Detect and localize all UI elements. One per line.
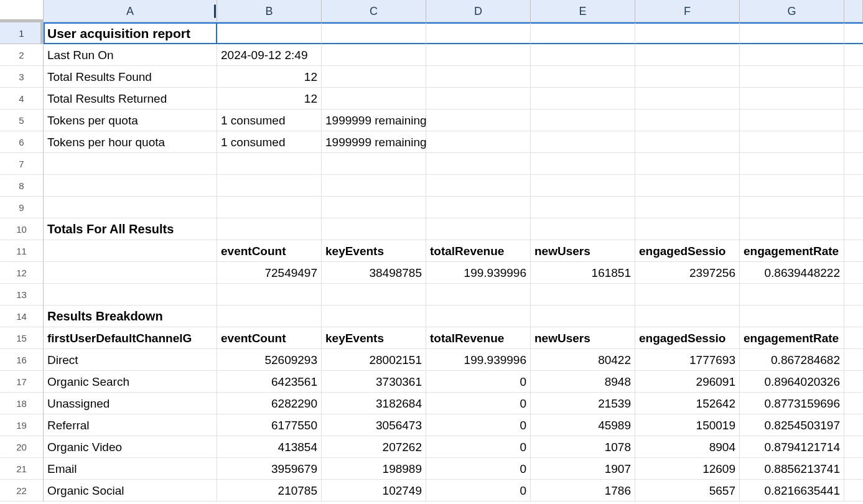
cell-G2[interactable] — [740, 44, 844, 66]
cell-D22[interactable]: 0 — [426, 480, 531, 502]
cell-B6[interactable]: 1 consumed — [217, 131, 322, 153]
cell-B20[interactable]: 413854 — [217, 436, 322, 458]
cell-H3[interactable] — [844, 66, 863, 88]
cell-A4[interactable]: Total Results Returned — [44, 88, 217, 110]
col-header-E[interactable]: E — [531, 0, 635, 22]
col-header-A[interactable]: A — [44, 0, 217, 22]
cell-H5[interactable] — [844, 110, 863, 131]
cell-H2[interactable] — [844, 44, 863, 66]
cell-A14[interactable]: Results Breakdown — [44, 306, 217, 327]
cell-E22[interactable]: 1786 — [531, 480, 635, 502]
cell-A3[interactable]: Total Results Found — [44, 66, 217, 88]
row-header-4[interactable]: 4 — [0, 88, 44, 110]
row-header-8[interactable]: 8 — [0, 175, 44, 197]
col-header-B[interactable]: B — [217, 0, 322, 22]
cell-F5[interactable] — [635, 110, 740, 131]
row-header-14[interactable]: 14 — [0, 306, 44, 327]
cell-D19[interactable]: 0 — [426, 414, 531, 436]
cell-G15[interactable]: engagementRate — [740, 327, 844, 349]
cell-C11[interactable]: keyEvents — [322, 240, 426, 262]
cell-F21[interactable]: 12609 — [635, 458, 740, 480]
cell-G6[interactable] — [740, 131, 844, 153]
cell-D4[interactable] — [426, 88, 531, 110]
cell-D1[interactable] — [426, 22, 531, 44]
row-header-11[interactable]: 11 — [0, 240, 44, 262]
cell-F1[interactable] — [635, 22, 740, 44]
cell-H6[interactable] — [844, 131, 863, 153]
cell-D18[interactable]: 0 — [426, 393, 531, 414]
cell-A21[interactable]: Email — [44, 458, 217, 480]
cell-B16[interactable]: 52609293 — [217, 349, 322, 371]
cell-D12[interactable]: 199.939996 — [426, 262, 531, 284]
row-header-12[interactable]: 12 — [0, 262, 44, 284]
cell-B12[interactable]: 72549497 — [217, 262, 322, 284]
cell-D5[interactable] — [426, 110, 531, 131]
cell-B19[interactable]: 6177550 — [217, 414, 322, 436]
cell-D15[interactable]: totalRevenue — [426, 327, 531, 349]
cell-E18[interactable]: 21539 — [531, 393, 635, 414]
row-header-10[interactable]: 10 — [0, 218, 44, 240]
cell-F6[interactable] — [635, 131, 740, 153]
cell-A20[interactable]: Organic Video — [44, 436, 217, 458]
cell-C4[interactable] — [322, 88, 426, 110]
cell-A10[interactable]: Totals For All Results — [44, 218, 217, 240]
cell-F12[interactable]: 2397256 — [635, 262, 740, 284]
cell-G16[interactable]: 0.867284682 — [740, 349, 844, 371]
cell-A22[interactable]: Organic Social — [44, 480, 217, 502]
col-header-F[interactable]: F — [635, 0, 740, 22]
select-all-corner[interactable] — [0, 0, 44, 22]
row-header-2[interactable]: 2 — [0, 44, 44, 66]
cell-E21[interactable]: 1907 — [531, 458, 635, 480]
cell-A9[interactable] — [44, 197, 217, 218]
cell-B17[interactable]: 6423561 — [217, 371, 322, 393]
row-header-19[interactable]: 19 — [0, 414, 44, 436]
cell-C3[interactable] — [322, 66, 426, 88]
cell-B22[interactable]: 210785 — [217, 480, 322, 502]
cell-A11[interactable] — [44, 240, 217, 262]
cell-A16[interactable]: Direct — [44, 349, 217, 371]
cell-C1[interactable] — [322, 22, 426, 44]
cell-C18[interactable]: 3182684 — [322, 393, 426, 414]
row-header-16[interactable]: 16 — [0, 349, 44, 371]
cell-E3[interactable] — [531, 66, 635, 88]
col-header-extra[interactable] — [844, 0, 863, 22]
spreadsheet-grid[interactable]: A B C D E F G 1 User acquisition report … — [0, 0, 863, 502]
cell-D20[interactable]: 0 — [426, 436, 531, 458]
cell-A5[interactable]: Tokens per quota — [44, 110, 217, 131]
cell-G11[interactable]: engagementRate — [740, 240, 844, 262]
cell-F17[interactable]: 296091 — [635, 371, 740, 393]
cell-E15[interactable]: newUsers — [531, 327, 635, 349]
cell-C21[interactable]: 198989 — [322, 458, 426, 480]
cell-F18[interactable]: 152642 — [635, 393, 740, 414]
row-header-15[interactable]: 15 — [0, 327, 44, 349]
cell-D2[interactable] — [426, 44, 531, 66]
cell-G17[interactable]: 0.8964020326 — [740, 371, 844, 393]
cell-E20[interactable]: 1078 — [531, 436, 635, 458]
cell-C20[interactable]: 207262 — [322, 436, 426, 458]
col-header-G[interactable]: G — [740, 0, 844, 22]
cell-E16[interactable]: 80422 — [531, 349, 635, 371]
cell-D6[interactable] — [426, 131, 531, 153]
cell-B1[interactable] — [217, 22, 322, 44]
cell-D3[interactable] — [426, 66, 531, 88]
cell-B21[interactable]: 3959679 — [217, 458, 322, 480]
cell-E4[interactable] — [531, 88, 635, 110]
cell-A1[interactable]: User acquisition report — [44, 22, 217, 44]
cell-G4[interactable] — [740, 88, 844, 110]
row-header-7[interactable]: 7 — [0, 153, 44, 175]
cell-E2[interactable] — [531, 44, 635, 66]
cell-A8[interactable] — [44, 175, 217, 197]
cell-A18[interactable]: Unassigned — [44, 393, 217, 414]
cell-E11[interactable]: newUsers — [531, 240, 635, 262]
cell-G21[interactable]: 0.8856213741 — [740, 458, 844, 480]
cell-D17[interactable]: 0 — [426, 371, 531, 393]
cell-F16[interactable]: 1777693 — [635, 349, 740, 371]
cell-G22[interactable]: 0.8216635441 — [740, 480, 844, 502]
cell-E12[interactable]: 161851 — [531, 262, 635, 284]
cell-B2[interactable]: 2024-09-12 2:49 — [217, 44, 322, 66]
cell-E19[interactable]: 45989 — [531, 414, 635, 436]
cell-F22[interactable]: 5657 — [635, 480, 740, 502]
row-header-13[interactable]: 13 — [0, 284, 44, 306]
cell-G20[interactable]: 0.8794121714 — [740, 436, 844, 458]
cell-A6[interactable]: Tokens per hour quota — [44, 131, 217, 153]
